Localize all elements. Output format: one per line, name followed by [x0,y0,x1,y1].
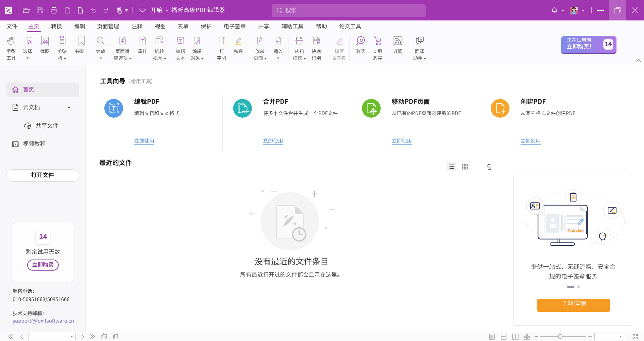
svg-text:A: A [420,38,422,42]
svg-text:Foxit eSign: Foxit eSign [567,229,584,232]
svg-text:OCR: OCR [314,39,320,42]
